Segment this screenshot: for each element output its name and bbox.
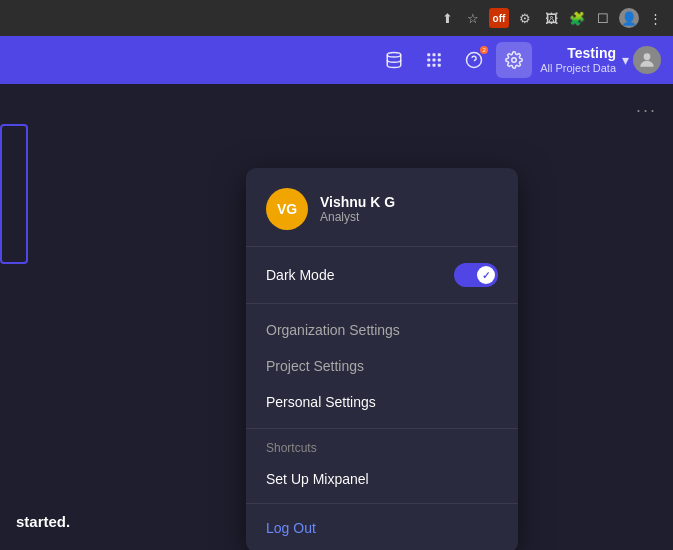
- user-dropdown-menu: VG Vishnu K G Analyst Dark Mode Organiza…: [246, 168, 518, 550]
- svg-point-13: [644, 53, 651, 60]
- user-role: Analyst: [320, 210, 395, 224]
- user-avatar-header[interactable]: [633, 46, 661, 74]
- browser-chrome: ⬆ ☆ off ⚙ 🖼 🧩 ☐ 👤 ⋮: [0, 0, 673, 36]
- photo-icon[interactable]: 🖼: [541, 8, 561, 28]
- main-content: ··· started. VG Vishnu K G Analyst Dark …: [0, 84, 673, 550]
- svg-rect-4: [427, 59, 430, 62]
- project-sub: All Project Data: [540, 62, 616, 75]
- svg-rect-9: [438, 64, 441, 67]
- app-header: 2 Testing All Project Data ▾: [0, 36, 673, 84]
- project-chevron-icon: ▾: [622, 52, 629, 68]
- shortcuts-section: Shortcuts Set Up Mixpanel: [246, 429, 518, 504]
- help-icon-btn[interactable]: 2: [456, 42, 492, 78]
- toggle-knob: [477, 266, 495, 284]
- svg-rect-1: [427, 53, 430, 56]
- svg-point-0: [387, 53, 401, 58]
- settings-menu-section: Organization Settings Project Settings P…: [246, 304, 518, 429]
- svg-rect-7: [427, 64, 430, 67]
- svg-rect-2: [433, 53, 436, 56]
- svg-rect-8: [433, 64, 436, 67]
- svg-rect-5: [433, 59, 436, 62]
- personal-settings-item[interactable]: Personal Settings: [246, 384, 518, 420]
- puzzle-icon[interactable]: ⚙: [515, 8, 535, 28]
- extension-red-icon[interactable]: off: [489, 8, 509, 28]
- project-name: Testing: [540, 45, 616, 62]
- bottom-text: started.: [16, 513, 70, 530]
- sidebar-stub: [0, 124, 28, 264]
- svg-rect-3: [438, 53, 441, 56]
- dark-mode-label: Dark Mode: [266, 267, 334, 283]
- logout-item[interactable]: Log Out: [246, 508, 518, 548]
- setup-mixpanel-item[interactable]: Set Up Mixpanel: [246, 463, 518, 495]
- database-icon-btn[interactable]: [376, 42, 412, 78]
- logout-section: Log Out: [246, 504, 518, 550]
- window-icon[interactable]: ☐: [593, 8, 613, 28]
- user-name: Vishnu K G: [320, 194, 395, 210]
- extensions-icon[interactable]: 🧩: [567, 8, 587, 28]
- dark-mode-toggle[interactable]: [454, 263, 498, 287]
- profile-icon[interactable]: 👤: [619, 8, 639, 28]
- apps-icon-btn[interactable]: [416, 42, 452, 78]
- project-switcher[interactable]: Testing All Project Data ▾: [540, 45, 629, 75]
- share-icon[interactable]: ⬆: [437, 8, 457, 28]
- project-settings-item[interactable]: Project Settings: [246, 348, 518, 384]
- settings-icon-btn[interactable]: [496, 42, 532, 78]
- three-dots-menu[interactable]: ···: [636, 100, 657, 121]
- user-avatar: VG: [266, 188, 308, 230]
- user-profile-section: VG Vishnu K G Analyst: [246, 168, 518, 247]
- browser-menu-icon[interactable]: ⋮: [645, 8, 665, 28]
- star-icon[interactable]: ☆: [463, 8, 483, 28]
- svg-point-12: [512, 58, 517, 63]
- dark-mode-row: Dark Mode: [246, 247, 518, 304]
- svg-rect-6: [438, 59, 441, 62]
- organization-settings-item[interactable]: Organization Settings: [246, 312, 518, 348]
- shortcuts-label: Shortcuts: [246, 441, 518, 463]
